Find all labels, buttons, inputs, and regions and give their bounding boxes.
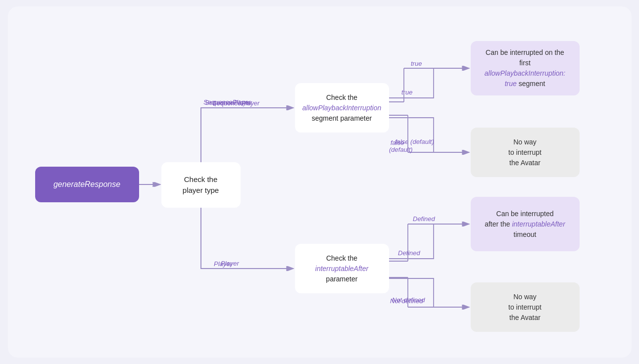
- result-interrupted-sequence-node: Can be interrupted on the first allowPla…: [471, 41, 580, 95]
- start-node: generateResponse: [35, 167, 139, 202]
- defined-edge-label: Defined: [413, 215, 436, 223]
- result-no-interrupt-player-node: No way to interrupt the Avatar: [471, 282, 580, 332]
- label-not-defined: Not defined: [392, 296, 425, 304]
- check-sequence-node: Check the allowPlaybackInterruption segm…: [295, 83, 389, 133]
- diagram-container: SequencePlayer SequencePlayer Player tru…: [8, 6, 632, 358]
- label-player: Player: [221, 260, 240, 267]
- check-interruptable-text: Check the interruptableAfter parameter: [315, 253, 368, 284]
- check-interruptable-node: Check the interruptableAfter parameter: [295, 244, 389, 293]
- label-false: false (default): [395, 138, 434, 145]
- result-interrupted-after-node: Can be interrupted after the interruptab…: [471, 197, 580, 251]
- check-sequence-text: Check the allowPlaybackInterruption segm…: [302, 92, 382, 124]
- result3-text: Can be interrupted after the interruptab…: [480, 209, 571, 240]
- true-edge-label: true: [411, 60, 422, 67]
- result-no-interrupt-sequence-node: No way to interrupt the Avatar: [471, 128, 580, 177]
- check-player-text: Check the player type: [183, 174, 219, 196]
- result2-text: No way to interrupt the Avatar: [508, 137, 541, 168]
- result4-text: No way to interrupt the Avatar: [508, 292, 541, 323]
- label-defined: Defined: [398, 249, 421, 257]
- false-edge-label: false: [391, 139, 404, 146]
- player-edge-label: Player: [214, 260, 233, 268]
- seq-player-edge-label: SequencePlayer: [205, 99, 252, 106]
- label-true: true: [401, 89, 412, 96]
- sequence-player-label: SequencePlayer: [203, 98, 251, 106]
- not-defined-edge-label: Not defined: [390, 297, 423, 305]
- label-sequence-player: SequencePlayer: [212, 99, 260, 107]
- start-node-label: generateResponse: [53, 179, 120, 190]
- result1-text: Can be interrupted on the first allowPla…: [480, 47, 571, 89]
- check-player-node: Check the player type: [161, 162, 241, 208]
- default-edge-label: (default): [389, 146, 413, 153]
